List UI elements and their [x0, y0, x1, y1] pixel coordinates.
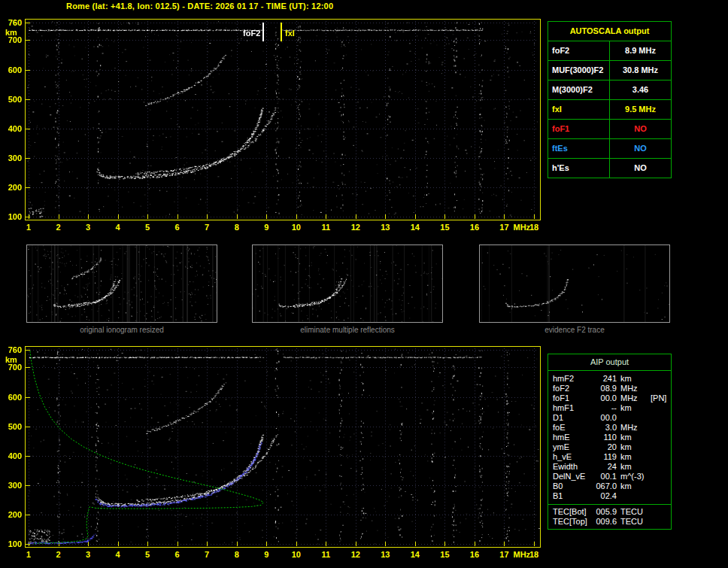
y-axis-unit: km [5, 355, 17, 364]
aip-param-value: 08.9 [593, 384, 620, 393]
y-tick-label: 760 [2, 18, 22, 27]
thumb-original-canvas [27, 245, 217, 322]
x-tick-label: 15 [437, 223, 452, 232]
aip-param-value: 3.0 [593, 423, 620, 433]
aip-tec-rows: TEC[Bot]005.9TECUTEC[Top]009.6TECU [548, 504, 671, 529]
aip-param-label: hmF1 [553, 403, 593, 413]
y-tick-label: 760 [2, 345, 22, 354]
aip-row-ymE: ymE20km [548, 442, 671, 452]
aip-row-TEC[Top]: TEC[Top]009.6TECU [548, 517, 671, 527]
y-tick-label: 700 [2, 35, 22, 44]
x-tick-label: 8 [229, 223, 244, 232]
y-tick-label: 500 [2, 95, 22, 104]
aip-param-label: h_vE [553, 452, 593, 462]
aip-param-note [651, 374, 671, 384]
thumb-eliminate-canvas [253, 245, 442, 322]
aip-param-note [651, 491, 671, 501]
x-tick-label: 5 [140, 223, 155, 232]
y-tick-label: 200 [2, 183, 22, 192]
aip-param-value: 02.4 [593, 491, 620, 501]
y-tick-label: 300 [2, 153, 22, 163]
aip-param-unit: km [620, 481, 651, 491]
autoscala-param-label: foF2 [548, 41, 610, 60]
autoscala-row-foF1: foF1NO [548, 120, 671, 139]
autoscala-param-label: ftEs [548, 139, 610, 158]
x-tick-label: 17 [496, 550, 511, 559]
x-tick-label: 14 [408, 550, 423, 559]
fof2-marker-line [262, 23, 264, 41]
x-tick-label: 5 [140, 550, 155, 559]
autoscala-param-value: NO [610, 139, 671, 158]
x-tick-label: 1 [21, 550, 36, 559]
aip-param-note [651, 472, 671, 481]
x-tick-label: 9 [259, 223, 274, 232]
x-tick-label: 1 [21, 223, 36, 232]
x-tick-label: 4 [111, 223, 126, 232]
x-tick-label: 3 [80, 550, 96, 559]
aip-param-note [651, 403, 671, 413]
aip-row-TEC[Bot]: TEC[Bot]005.9TECU [548, 507, 671, 517]
aip-row-hmF1: hmF1--km [548, 403, 671, 413]
aip-param-value: -- [593, 403, 620, 413]
aip-param-label: hmE [553, 433, 593, 442]
y-tick-label: 400 [2, 124, 22, 133]
aip-param-value: 241 [593, 374, 620, 384]
aip-param-note [651, 442, 671, 452]
x-tick-label: 16 [467, 223, 482, 232]
ionogram-plot-bottom [25, 346, 541, 548]
aip-row-h_vE: h_vE119km [548, 452, 671, 462]
aip-param-note: [PN] [651, 393, 671, 403]
aip-param-label: ymE [553, 442, 593, 452]
x-tick-label: 17 [496, 223, 511, 232]
aip-row-foE: foE3.0MHz [548, 423, 671, 433]
autoscala-param-value: NO [610, 120, 671, 138]
y-tick-label: 200 [2, 510, 22, 519]
aip-param-note [651, 384, 671, 393]
aip-param-label: Ewidth [553, 462, 593, 472]
autoscala-row-fxI: fxI9.5 MHz [548, 100, 671, 120]
aip-param-label: TEC[Top] [553, 517, 593, 527]
x-tick-label: 4 [111, 550, 126, 559]
aip-param-label: foF2 [553, 384, 593, 393]
y-tick-label: 400 [2, 451, 22, 460]
x-tick-label: 9 [259, 550, 274, 559]
x-tick-label: 13 [378, 550, 393, 559]
aip-param-value: 00.0 [593, 413, 620, 423]
autoscala-param-label: MUF(3000)F2 [548, 61, 610, 80]
x-tick-label: 6 [170, 223, 185, 232]
aip-row-hmE: hmE110km [548, 433, 671, 442]
aip-row-B0: B0067.0km [548, 481, 671, 491]
autoscala-param-value: 3.46 [610, 80, 671, 99]
aip-param-unit: km [620, 442, 651, 452]
x-tick-label: 11 [318, 550, 333, 559]
x-tick-label: 14 [408, 223, 423, 232]
aip-param-unit: km [620, 433, 651, 442]
y-axis-unit: km [5, 28, 17, 37]
y-tick-label: 600 [2, 65, 22, 74]
aip-param-note [651, 413, 671, 423]
autoscala-row-MUF(3000)F2: MUF(3000)F230.8 MHz [548, 61, 671, 80]
aip-param-label: B0 [553, 481, 593, 491]
aip-param-note [651, 452, 671, 462]
aip-param-unit: km [620, 452, 651, 462]
aip-param-unit [620, 413, 651, 423]
autoscala-param-value: NO [610, 159, 671, 178]
x-tick-label: 3 [80, 223, 96, 232]
aip-output-table: AIP output hmF2241kmfoF208.9MHzfoF100.0M… [548, 354, 672, 530]
aip-param-note [651, 462, 671, 472]
aip-param-value: 009.6 [593, 517, 620, 527]
thumb-original-ionogram [26, 245, 217, 323]
aip-param-label: B1 [553, 491, 593, 501]
aip-param-label: foF1 [553, 393, 593, 403]
aip-param-value: 24 [593, 462, 620, 472]
aip-param-unit [620, 491, 651, 501]
aip-param-unit: MHz [620, 393, 651, 403]
aip-param-note [651, 481, 671, 491]
aip-param-unit: km [620, 374, 651, 384]
ionogram-bottom-canvas [26, 347, 540, 547]
aip-param-label: DelN_vE [553, 472, 593, 481]
aip-row-Ewidth: Ewidth24km [548, 462, 671, 472]
x-tick-label: 12 [348, 223, 363, 232]
fof2-marker-label: foF2 [233, 29, 260, 38]
autoscala-row-ftEs: ftEsNO [548, 139, 671, 159]
